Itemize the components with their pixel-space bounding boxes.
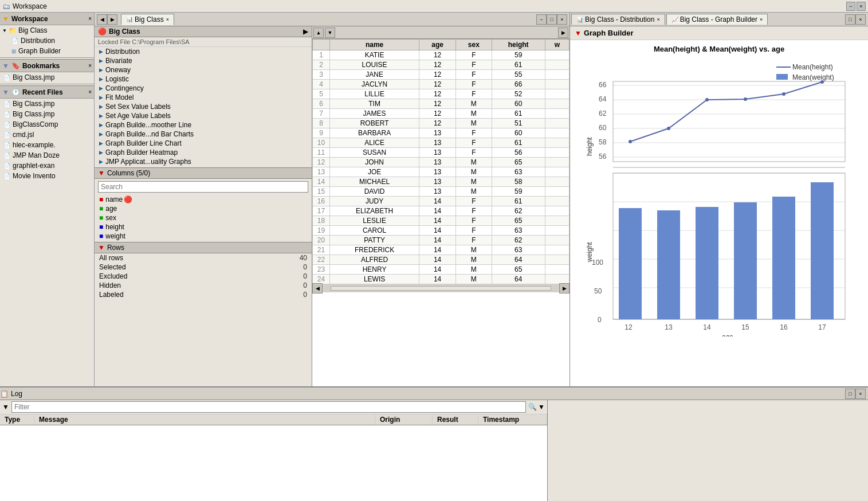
menu-item[interactable]: ▶Contingency [95, 84, 312, 93]
menu-item[interactable]: ▶Set Sex Value Labels [95, 102, 312, 111]
log-filter-dropdown[interactable]: ▼ [538, 403, 545, 411]
menu-item[interactable]: ▶Bivariate [95, 56, 312, 65]
scroll-right-button[interactable]: ▶ [559, 283, 569, 293]
window-close-button[interactable]: × [557, 14, 567, 25]
menu-item[interactable]: ▶Graph Builder Line Chart [95, 139, 312, 148]
menu-item[interactable]: ▶Oneway [95, 65, 312, 75]
col-header-name[interactable]: name [330, 40, 419, 50]
tree-item-big-class[interactable]: ▼ 📁 Big Class [0, 25, 94, 36]
cell-sex: F [456, 138, 492, 148]
bar-age-14 [696, 207, 718, 319]
recent-file-item[interactable]: 📄JMP Man Doze [0, 150, 94, 161]
close-button[interactable]: × [857, 2, 866, 11]
col-header-sex[interactable]: sex [456, 40, 492, 50]
graph-minimize-button[interactable]: □ [845, 14, 855, 25]
bookmarks-close-button[interactable]: × [88, 62, 92, 69]
window-restore-button[interactable]: □ [547, 14, 557, 25]
menu-item[interactable]: ▶JMP Applicat...uality Graphs [95, 157, 312, 166]
recent-file-item[interactable]: 📄hlec-example. [0, 140, 94, 150]
column-item[interactable]: ■sex [95, 213, 312, 222]
table-row: 6 TIM 12 M 60 [313, 99, 569, 109]
column-item[interactable]: ■name🔴 [95, 195, 312, 204]
distribution-tab-close[interactable]: × [657, 17, 659, 22]
menu-item[interactable]: ▶Graph Builde...moother Line [95, 120, 312, 130]
nav-left-button[interactable]: ◀ [97, 14, 107, 25]
table-row: 10 ALICE 13 F 61 [313, 138, 569, 148]
scroll-track[interactable] [331, 286, 551, 291]
table-nav-bar: ▲ ▼ ▶ [312, 26, 569, 39]
cell-sex: F [456, 197, 492, 206]
recent-file-label: hlec-example. [13, 141, 56, 149]
graph-tab-close[interactable]: × [760, 17, 763, 22]
table-scroll-x[interactable]: ◀ ▶ [312, 284, 569, 292]
menu-item[interactable]: ▶Graph Builder Heatmap [95, 148, 312, 157]
recent-file-item[interactable]: 📄Big Class.jmp [0, 99, 94, 109]
graph-builder-tab[interactable]: 📈 Big Class - Graph Builder × [666, 14, 768, 25]
tree-item-graph-builder[interactable]: ⊞ Graph Builder [0, 46, 94, 56]
log-close-button[interactable]: × [855, 389, 866, 399]
workspace-close-button[interactable]: × [88, 15, 92, 22]
menu-arrow-icon: ▶ [99, 85, 103, 91]
nav-right-button[interactable]: ▶ [107, 14, 117, 25]
svg-point-19 [667, 127, 670, 130]
cell-weight [545, 80, 569, 89]
big-class-tab[interactable]: 📊 Big Class × [121, 14, 174, 25]
scroll-left-button[interactable]: ◀ [312, 283, 323, 293]
cell-name: JUDY [330, 197, 419, 206]
cell-weight [545, 255, 569, 265]
menu-item[interactable]: ▶Logistic [95, 75, 312, 84]
cell-height: 64 [492, 275, 545, 284]
menu-item[interactable]: ▶Graph Builde...nd Bar Charts [95, 130, 312, 139]
log-tab[interactable]: 📋 Log [0, 390, 22, 398]
cell-age: 14 [419, 265, 456, 275]
menu-item-label: Bivariate [105, 57, 132, 65]
column-item[interactable]: ■age [95, 204, 312, 213]
recent-files-close-button[interactable]: × [88, 89, 92, 95]
recent-file-icon: 📄 [3, 163, 10, 169]
col-icon: ■ [99, 195, 103, 203]
minimize-button[interactable]: − [846, 2, 855, 11]
col-name: height [105, 223, 124, 231]
table-scroll-up-button[interactable]: ▲ [313, 28, 324, 38]
row-num: 16 [313, 197, 330, 206]
log-col-result: Result [433, 414, 478, 425]
svg-text:height: height [586, 137, 594, 156]
rows-section: ▼ Rows All rows40Selected0Excluded0Hidde… [95, 242, 312, 299]
table-row: 20 PATTY 14 F 62 [313, 236, 569, 245]
col-header-height[interactable]: height [492, 40, 545, 50]
bookmark-item-big-class[interactable]: 📄 Big Class.jmp [0, 72, 94, 83]
log-minimize-button[interactable]: □ [845, 389, 855, 399]
column-item[interactable]: ■height [95, 222, 312, 232]
cell-age: 13 [419, 138, 456, 148]
table-scroll-right-button[interactable]: ▶ [558, 28, 568, 38]
row-num: 15 [313, 187, 330, 197]
recent-file-item[interactable]: 📄Big Class.jmp [0, 109, 94, 119]
col-header-age[interactable]: age [419, 40, 456, 50]
big-class-tab-close[interactable]: × [166, 17, 169, 22]
graph-close-button[interactable]: × [855, 14, 866, 25]
cell-height: 65 [492, 216, 545, 226]
data-sidebar-header: 🔴 Big Class ▶ [95, 26, 312, 37]
column-item[interactable]: ■weight [95, 232, 312, 241]
cell-age: 13 [419, 128, 456, 138]
cell-age: 12 [419, 80, 456, 89]
cell-height: 61 [492, 138, 545, 148]
menu-item[interactable]: ▶Fit Model [95, 93, 312, 102]
recent-file-item[interactable]: 📄graphlet-exan [0, 161, 94, 171]
menu-item[interactable]: ▶Distribution [95, 47, 312, 56]
recent-file-item[interactable]: 📄Movie Invento [0, 171, 94, 181]
table-scroll-down-button[interactable]: ▼ [325, 28, 335, 38]
tree-item-distribution[interactable]: 📄 Distribution [0, 36, 94, 46]
col-header-weight[interactable]: w [545, 40, 569, 50]
big-class-tab-bar: ◀ ▶ 📊 Big Class × − □ × [95, 13, 569, 26]
recent-file-item[interactable]: 📄BigClassComp [0, 119, 94, 130]
menu-item[interactable]: ▶Set Age Value Labels [95, 111, 312, 120]
recent-file-item[interactable]: 📄cmd.jsl [0, 130, 94, 140]
cell-age: 14 [419, 216, 456, 226]
columns-search-input[interactable] [98, 181, 308, 193]
graph-section-title: Graph Builder [584, 29, 634, 37]
menu-item-label: Contingency [105, 84, 144, 92]
distribution-tab[interactable]: 📊 Big Class - Distribution × [571, 14, 665, 25]
window-minimize-button[interactable]: − [536, 14, 547, 25]
log-filter-input[interactable] [11, 401, 526, 413]
